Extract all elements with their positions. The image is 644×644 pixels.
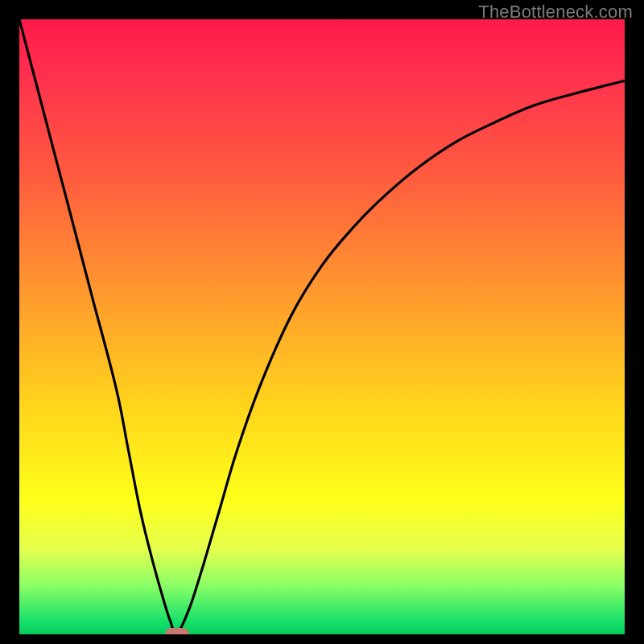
optimal-point-marker (165, 628, 189, 634)
chart-area (19, 19, 625, 634)
bottleneck-curve (19, 19, 625, 634)
curve-path (19, 19, 625, 634)
